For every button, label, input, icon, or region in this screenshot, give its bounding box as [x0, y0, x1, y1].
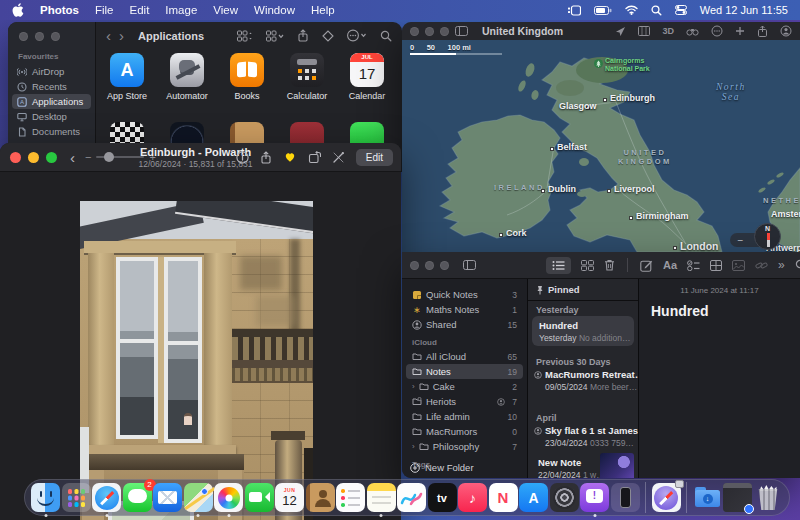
dock-safari-preview[interactable] — [652, 483, 681, 512]
back-button[interactable]: ‹ — [70, 149, 75, 166]
app-books[interactable]: Books — [218, 53, 276, 101]
app-calendar[interactable]: JUL 17 Calendar — [338, 53, 396, 101]
search-icon[interactable] — [380, 30, 392, 42]
sidebar-toggle-icon[interactable] — [455, 26, 468, 36]
format-icon[interactable]: Aa — [663, 259, 677, 271]
tag-icon[interactable] — [322, 30, 334, 42]
sidebar-item-heriots[interactable]: Heriots 7 — [406, 394, 523, 409]
edit-button[interactable]: Edit — [356, 149, 393, 166]
control-center-icon[interactable] — [675, 5, 687, 15]
zoom-button[interactable] — [51, 32, 60, 41]
dock-trash[interactable] — [754, 483, 783, 512]
map-canvas[interactable]: 0 50 100 mi CairngormsNational Park Edin… — [402, 40, 800, 252]
add-icon[interactable] — [735, 26, 745, 36]
checklist-icon[interactable] — [687, 260, 700, 271]
menu-help[interactable]: Help — [311, 4, 335, 16]
more-actions-icon[interactable] — [347, 29, 367, 42]
new-folder-button[interactable]: New Folder — [410, 462, 474, 473]
menu-window[interactable]: Window — [254, 4, 295, 16]
sidebar-item-philosophy[interactable]: › Philosophy 7 — [406, 439, 523, 454]
stage-manager-icon[interactable] — [568, 5, 581, 16]
sidebar-item-all-icloud[interactable]: All iCloud 65 — [406, 349, 523, 364]
zoom-button[interactable] — [440, 261, 449, 270]
close-button[interactable] — [10, 152, 21, 163]
menu-image[interactable]: Image — [165, 4, 197, 16]
zoom-button[interactable] — [440, 27, 449, 36]
account-icon[interactable] — [780, 25, 792, 37]
sidebar-item-quick-notes[interactable]: Quick Notes 3 — [406, 287, 523, 302]
table-icon[interactable] — [710, 260, 722, 271]
battery-icon[interactable] — [594, 6, 612, 15]
sidebar-item-shared[interactable]: Shared 15 — [406, 317, 523, 332]
dock-music[interactable]: ♪ — [458, 483, 487, 512]
dock-maps[interactable] — [184, 483, 213, 512]
dock-freeform[interactable] — [397, 483, 426, 512]
rotate-icon[interactable] — [308, 151, 321, 164]
dock-calendar[interactable]: JUN12 — [275, 483, 304, 512]
menu-file[interactable]: File — [95, 4, 114, 16]
overflow-chevrons-icon[interactable]: » — [778, 258, 785, 272]
note-row-new-note[interactable]: New Note 22/04/2024 1 w… — [538, 457, 605, 478]
dock-messages[interactable]: 2 — [123, 483, 152, 512]
dock-feedback-assistant[interactable]: ! — [580, 483, 609, 512]
disclosure-chevron-icon[interactable]: › — [412, 382, 415, 391]
apple-logo-icon[interactable] — [12, 3, 24, 17]
menu-view[interactable]: View — [213, 4, 238, 16]
dock-safari[interactable] — [92, 483, 121, 512]
sidebar-item-documents[interactable]: Documents — [12, 124, 91, 139]
favorite-heart-icon[interactable] — [283, 151, 297, 163]
auto-enhance-icon[interactable] — [332, 151, 345, 164]
forward-button[interactable]: › — [119, 28, 124, 43]
maps-titlebar[interactable]: United Kingdom 3D — [402, 22, 800, 40]
location-arrow-icon[interactable] — [615, 26, 626, 37]
dock-facetime[interactable] — [245, 483, 274, 512]
note-row-skyflat[interactable]: Sky flat 6 1 st James… 23/04/2024 0333 7… — [534, 425, 639, 448]
close-button[interactable] — [410, 261, 419, 270]
dock-photos[interactable] — [214, 483, 243, 512]
share-icon[interactable] — [297, 29, 309, 42]
minimize-button[interactable] — [28, 152, 39, 163]
finder-traffic-lights[interactable] — [8, 22, 95, 41]
minimize-button[interactable] — [425, 27, 434, 36]
photos-traffic-lights[interactable] — [10, 152, 57, 163]
group-by-icon[interactable] — [266, 30, 284, 42]
sidebar-toggle-icon[interactable] — [463, 260, 476, 270]
notes-traffic-lights[interactable] — [410, 261, 449, 270]
sidebar-item-recents[interactable]: Recents — [12, 79, 91, 94]
media-icon[interactable] — [732, 260, 745, 271]
app-app-store[interactable]: A App Store — [98, 53, 156, 101]
minimize-button[interactable] — [425, 261, 434, 270]
info-icon[interactable] — [236, 151, 249, 164]
disclosure-chevron-icon[interactable]: › — [412, 442, 415, 451]
active-app-menu[interactable]: Photos — [40, 4, 79, 16]
dock-reminders[interactable] — [336, 483, 365, 512]
share-icon[interactable] — [757, 25, 768, 37]
sidebar-item-maths-notes[interactable]: ∗ Maths Notes 1 — [406, 302, 523, 317]
gallery-view-button[interactable] — [581, 260, 594, 271]
zoom-out-button[interactable]: − — [738, 235, 744, 246]
wifi-icon[interactable] — [625, 5, 638, 15]
more-icon[interactable] — [711, 25, 723, 37]
photos-titlebar[interactable]: ‹ − + Edinburgh - Polwarth 12/06/2024 · … — [0, 143, 401, 172]
sidebar-item-macrumors[interactable]: MacRumors 0 — [406, 424, 523, 439]
app-calculator[interactable]: Calculator — [278, 53, 336, 101]
zoom-button[interactable] — [46, 152, 57, 163]
note-row-hundred[interactable]: Hundred Yesterday No addition… — [532, 316, 634, 346]
menu-bar-clock[interactable]: Wed 12 Jun 11:55 — [700, 4, 788, 16]
note-editor[interactable]: 11 June 2024 at 11:17 Hundred — [639, 279, 800, 478]
dock-iphone-mirroring[interactable] — [611, 483, 640, 512]
dock-app-store[interactable]: A — [519, 483, 548, 512]
sidebar-item-cake[interactable]: › Cake 2 — [406, 379, 523, 394]
dock-finder[interactable] — [31, 483, 60, 512]
back-button[interactable]: ‹ — [106, 28, 111, 43]
list-view-button[interactable] — [546, 257, 571, 274]
new-note-icon[interactable] — [640, 259, 653, 272]
note-row-macrumors[interactable]: MacRumors Retreat… 09/05/2024 More beer… — [534, 369, 639, 392]
dock-minimized-window[interactable] — [723, 483, 752, 512]
delete-note-icon[interactable] — [604, 259, 615, 271]
dock-downloads-folder[interactable]: ↓ — [693, 483, 722, 512]
app-automator[interactable]: Automator — [158, 53, 216, 101]
notes-toolbar[interactable]: Aa » — [402, 252, 800, 279]
sidebar-item-applications[interactable]: A Applications — [12, 94, 91, 109]
map-compass[interactable]: N — [754, 223, 781, 250]
